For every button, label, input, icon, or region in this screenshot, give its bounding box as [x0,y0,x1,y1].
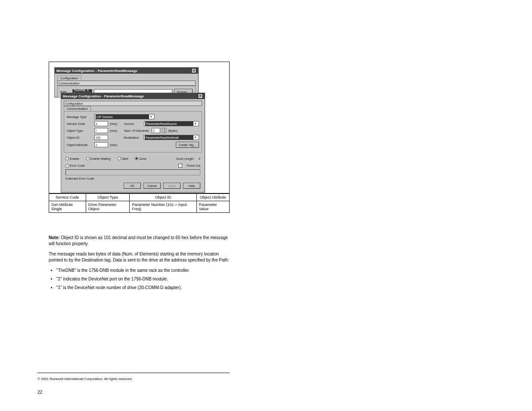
chevron-down-icon: ▾ [149,115,153,118]
tabstrip: Configuration Communication [61,99,205,111]
col-header: Object Type [86,194,130,201]
destination-value: ParameterReadDestinati [145,135,193,140]
object-attribute-input[interactable]: 1 [94,142,108,147]
col-header: Object ID [130,194,196,201]
status-row-2: Error Code: Timed Out [61,162,205,169]
list-item: "1" is the DeviceNet node number of driv… [56,285,230,291]
error-box [65,169,200,175]
help-button[interactable]: Help [183,183,200,189]
chevron-down-icon: ▾ [193,122,198,125]
radio-icon [65,164,69,168]
source-value: ParameterReadSource [145,121,193,126]
destination-select[interactable]: ParameterReadDestinati ▾ [143,135,199,140]
footer-rule [37,373,230,373]
footer-copyright: © 2001 Rockwell International Corporatio… [37,377,230,381]
radio-icon [135,157,138,160]
service-code-label: Service Code: [67,122,93,125]
done-label: Done [139,157,146,160]
spinner-icon[interactable]: ▴▾ [162,128,166,133]
body-text: Note: Object ID is shown as 101 decimal … [49,235,230,295]
close-icon[interactable]: × [198,93,203,99]
cell: Drive Parameter Object [86,201,130,213]
bullet-list: "TheDNB" is the 1756-DNB module in the s… [56,268,230,291]
error-code-label: Error Code: [70,164,85,167]
num-elements-input[interactable]: 2 [152,128,160,133]
note-text: Object ID is shown as 101 decimal and mu… [49,235,228,246]
object-id-label: Object ID: [67,136,93,139]
create-tag-button[interactable]: Create Tag... [176,142,199,148]
timed-out-label: Timed Out [187,164,200,167]
figure-frame: Message Configuration - ParameterReadMes… [49,62,230,193]
object-id-input[interactable]: 101 [94,135,108,140]
hex-label: (Hex) [110,143,117,146]
start-label: Start [122,157,128,160]
status-row-1: Enable Enable Waiting Start Done Done Le… [61,155,205,162]
list-item: "TheDNB" is the 1756-DNB module in the s… [56,268,230,274]
dialog-front: Message Configuration - ParameterReadMes… [61,93,205,193]
close-icon[interactable]: × [191,68,196,73]
hex-label: (Hex) [110,129,117,132]
destination-label: Destination: [124,136,142,139]
titlebar: Message Configuration - ParameterReadMes… [61,93,205,99]
tabstrip: Configuration Communication [55,74,198,86]
col-header: Object Attribute [196,194,229,201]
spec-table: Service Code Object Type Object ID Objec… [49,193,230,213]
radio-icon [86,157,90,160]
dialog-title: Message Configuration - ParameterReadMes… [56,69,137,73]
titlebar: Message Configuration - ParameterReadMes… [55,68,198,74]
cancel-button[interactable]: Cancel [143,183,161,189]
cell: Parameter Number (101 = Input Freq) [130,201,196,213]
message-type-value: CIP Generic [96,115,149,119]
object-type-input[interactable]: f [94,128,108,133]
extended-error-label: Extended Error Code: [61,177,205,183]
checkbox-icon[interactable] [178,164,182,168]
table-row: Get Attribute Single Drive Parameter Obj… [49,201,230,213]
button-bar: OK Cancel Apply Help [61,183,205,192]
service-code-input[interactable]: e [94,121,108,126]
num-elements-label: Num. Of Elements: [124,129,150,132]
page-number: 22 [37,390,42,395]
message-type-label: Message Type: [67,115,93,118]
radio-icon [65,157,69,160]
enable-waiting-label: Enable Waiting [90,157,111,160]
object-type-label: Object Type: [67,129,93,132]
ok-button[interactable]: OK [124,183,141,189]
enable-label: Enable [70,157,79,160]
tab-communication[interactable]: Communication [57,81,196,86]
cell: Parameter Value [196,201,229,213]
dialog-title: Message Configuration - ParameterReadMes… [63,94,144,98]
source-label: Source: [124,122,142,125]
tab-communication[interactable]: Communication [64,106,91,111]
list-item: "2" indicates the DeviceNet port on the … [56,276,230,282]
object-attribute-label: Object Attribute: [67,143,93,146]
apply-button[interactable]: Apply [163,183,180,189]
table-row: Service Code Object Type Object ID Objec… [49,194,230,201]
done-length-label: Done Length: [176,157,194,160]
source-select[interactable]: ParameterReadSource ▾ [144,121,199,126]
config-panel: Message Type: CIP Generic ▾ Service Code… [64,111,202,153]
dialog-stack: Message Configuration - ParameterReadMes… [54,67,207,188]
chevron-down-icon: ▾ [193,136,198,139]
cell: Get Attribute Single [49,201,86,213]
radio-icon [118,157,121,160]
message-type-select[interactable]: CIP Generic ▾ [94,114,155,119]
tab-configuration[interactable]: Configuration [64,101,202,106]
col-header: Service Code [49,194,86,201]
figure-and-table: Message Configuration - ParameterReadMes… [49,62,230,213]
tab-configuration[interactable]: Configuration [57,75,81,81]
note-label: Note: [49,235,60,240]
hex-label: (Hex) [110,122,117,125]
bytes-label: (Bytes) [168,129,177,132]
paragraph: The message reads two bytes of data (Num… [49,251,230,263]
done-length-value: 2 [199,157,200,160]
